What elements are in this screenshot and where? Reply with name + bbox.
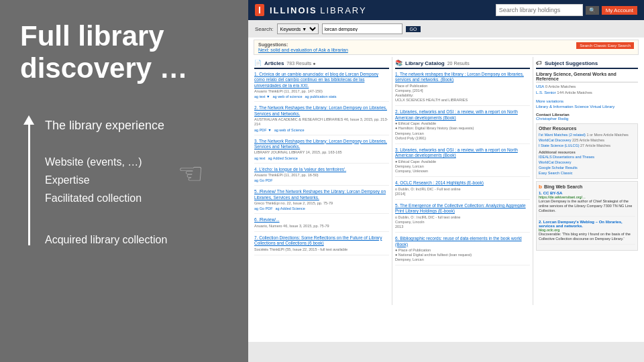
- list-item: I'st Want Matches (2 related) 1 or More …: [539, 132, 635, 137]
- articles-list: 1. Crónica de un cambio anunciado: el bl…: [254, 72, 389, 255]
- arrow-up-icon: [23, 115, 34, 125]
- other-resources-title: Other Resources: [539, 126, 635, 131]
- bing-section: b Bing Web Search 1. CC BY-SA https://de…: [536, 181, 638, 251]
- article-title-1[interactable]: 1. Crónica de un cambio anunciado: el bl…: [254, 72, 389, 88]
- articles-column: 📄 Articles 783 Results ● 1. Crónica de u…: [252, 57, 392, 305]
- article-meta-6: Anuario, Numero 46, Issue 3, 2015, pp. 7…: [254, 224, 389, 229]
- list-item[interactable]: IDEALS Dissertations and Theses: [539, 154, 635, 160]
- article-title-4[interactable]: 4. L'écho: la longue de la 'valeur des t…: [254, 167, 389, 172]
- list-item[interactable]: Google Scholar Results: [539, 165, 635, 170]
- lib-science-section: Library Science, General Works and Refer…: [536, 72, 638, 96]
- my-account-btn[interactable]: My Account: [602, 6, 637, 15]
- il-logo: I ILLINOIS LIBRARY: [255, 4, 367, 16]
- list-item: L.S. Senior 144 Article Matches: [536, 90, 638, 96]
- sub-item-expertise: Expertise: [45, 171, 167, 189]
- other-resources-list: I'st Want Matches (2 related) 1 or More …: [539, 132, 635, 149]
- catalog-meta-3: ● Ethical Cape: AvailableDempsey, Lorcan…: [395, 160, 530, 174]
- table-row: 2. Libraries, networks and OSI : a revie…: [395, 109, 530, 143]
- catalog-title-6[interactable]: 6. Bibliographic records: reuse of data …: [395, 236, 530, 247]
- subject-column: 🏷 Subject Suggestions Library Science, G…: [533, 57, 641, 305]
- catalog-title-1[interactable]: 1. The network reshapes the library : Lo…: [395, 72, 530, 83]
- sub-item-facilitated: Facilitated collection: [45, 189, 167, 207]
- librarian-name[interactable]: Christopher Rodig: [536, 117, 638, 121]
- table-row: 1. Crónica de un cambio anunciado: el bl…: [254, 72, 389, 102]
- subject-col-title: Subject Suggestions: [545, 60, 598, 66]
- main-search-input[interactable]: [322, 23, 402, 34]
- table-row: 3. The Network Reshapes the Library: Lor…: [254, 139, 389, 164]
- table-row: 4. L'écho: la longue de la 'valeur des t…: [254, 167, 389, 186]
- il-title-light: LIBRARY: [320, 5, 366, 15]
- list-item[interactable]: Easy Search Classic: [539, 170, 635, 176]
- article-title-2[interactable]: 2. The Network Reshapes the Library: Lor…: [254, 105, 389, 117]
- catalog-list: 1. The network reshapes the library : Lo…: [395, 72, 530, 265]
- il-header-right: 🔍 My Account: [496, 4, 637, 16]
- results-area: 📄 Articles 783 Results ● 1. Crónica de u…: [248, 57, 644, 305]
- catalog-title-2[interactable]: 2. Libraries, networks and OSI : a revie…: [395, 109, 530, 121]
- bing-result-2-title[interactable]: 2. Lorcan Dempsey's Weblog – On librarie…: [539, 220, 635, 228]
- article-title-3[interactable]: 3. The Network Reshapes the Library: Lor…: [254, 139, 389, 150]
- lib-science-title: Library Science, General Works and Refer…: [536, 72, 638, 82]
- search-type-select[interactable]: Keywords ▼: [277, 23, 319, 34]
- other-resources-box: Other Resources I'st Want Matches (2 rel…: [536, 123, 638, 179]
- article-meta-7: Sociétés ThinkEPI (55, Issue 22, 2015 - …: [254, 247, 389, 252]
- article-links-2: ag PDF ▼ ag web of Science: [254, 128, 389, 132]
- articles-col-title: Articles: [264, 60, 284, 66]
- hand-pointer-icon: ☞: [178, 156, 204, 190]
- catalog-meta-2: ● Ethical Cape: Available● Hamilton: Dig…: [395, 121, 530, 141]
- suggestions-content: Suggestions: Next: solid and evaluation …: [258, 42, 348, 52]
- article-title-7[interactable]: 7. Collection Directions: Some Reflectio…: [254, 235, 389, 247]
- acquired-collection-label: Acquired library collection: [45, 234, 167, 246]
- table-row: 6. /Review/... Anuario, Numero 46, Issue…: [254, 217, 389, 232]
- easy-search-btn[interactable]: Search Classic Easy Search: [576, 42, 634, 49]
- il-header: I ILLINOIS LIBRARY 🔍 My Account: [248, 0, 644, 20]
- catalog-title-4[interactable]: 4. OCLC Research : 2014 Highlights (E-bo…: [395, 180, 530, 186]
- catalog-meta-5: o Dublin, O : IncIRL DIC - full text onl…: [395, 215, 530, 229]
- suggestions-title: Suggestions:: [258, 42, 348, 47]
- catalog-col-header: 📚 Library Catalog 20 Results: [395, 60, 530, 69]
- more-options[interactable]: More variationsLibrary & Information Sci…: [536, 99, 638, 110]
- bing-header: b Bing Web Search: [539, 184, 635, 190]
- table-row: 5. The Emergence of the Collective Colle…: [395, 203, 530, 233]
- il-title-bold: ILLINOIS: [270, 5, 317, 15]
- left-panel: Full library discovery … The library exp…: [0, 0, 248, 362]
- articles-col-count: 783 Results ●: [286, 61, 315, 66]
- subject-col-header: 🏷 Subject Suggestions: [536, 60, 638, 69]
- catalog-column: 📚 Library Catalog 20 Results 1. The netw…: [392, 57, 533, 305]
- table-row: 1. CC BY-SA https://de.wikiversitaet.org…: [539, 191, 635, 217]
- table-row: 2. The Network Reshapes the Library: Lor…: [254, 105, 389, 135]
- il-i-block: I: [255, 4, 264, 16]
- browser-content: I ILLINOIS LIBRARY 🔍 My Account Search: …: [248, 0, 644, 342]
- catalog-title-3[interactable]: 3. Libraries, networks and OSI : a revie…: [395, 147, 530, 159]
- article-meta-4: Anuario ThinkEPI (11, 2017, pp. 16-50): [254, 173, 389, 178]
- il-title: ILLINOIS LIBRARY: [270, 4, 367, 16]
- article-title-5[interactable]: 5. /Review/ The Network Reshapes the Lib…: [254, 189, 389, 200]
- catalog-col-title: Library Catalog: [405, 60, 445, 66]
- additional-resources-list: IDEALS Dissertations and Theses WorldCat…: [539, 154, 635, 176]
- main-heading: Full library discovery …: [20, 20, 228, 85]
- article-links-1: ag text ▼ ag web of science ag publicati…: [254, 95, 389, 99]
- article-title-6[interactable]: 6. /Review/...: [254, 217, 389, 223]
- header-search-btn[interactable]: 🔍: [586, 6, 599, 15]
- bing-title: Bing Web Search: [544, 184, 582, 189]
- subject-icon: 🏷: [536, 60, 542, 66]
- articles-icon: 📄: [254, 60, 262, 66]
- go-button[interactable]: GO: [406, 26, 421, 32]
- table-row: 2. Lorcan Dempsey's Weblog – On librarie…: [539, 220, 635, 245]
- table-row: 4. OCLC Research : 2014 Highlights (E-bo…: [395, 180, 530, 200]
- catalog-title-5[interactable]: 5. The Emergence of the Collective Colle…: [395, 203, 530, 215]
- table-row: 5. /Review/ The Network Reshapes the Lib…: [254, 189, 389, 214]
- article-meta-1: Anuario ThinkEPI (11, 2017, pp. 147-150): [254, 89, 389, 94]
- article-links-3: ag text ag Added Science: [254, 156, 389, 160]
- articles-col-header: 📄 Articles 783 Results ●: [254, 60, 389, 69]
- catalog-col-count: 20 Results: [447, 61, 470, 66]
- list-item[interactable]: WorldCat Discovery: [539, 160, 635, 165]
- list-item: USA 0 Article Matches: [536, 84, 638, 90]
- library-experience-label: The library experience: [45, 119, 167, 133]
- table-row: 1. The network reshapes the library : Lo…: [395, 72, 530, 106]
- table-row: 3. Libraries, networks and OSI : a revie…: [395, 147, 530, 177]
- article-links-4: ag Go PDF: [254, 178, 389, 182]
- suggestions-link1[interactable]: Next: solid and evaluation of Ask a libr…: [258, 48, 348, 52]
- header-search-input[interactable]: [496, 4, 583, 16]
- sub-item-website: Website (events, …): [45, 153, 167, 171]
- list-item: I State Science (LULCG) 27 Article Match…: [539, 143, 635, 148]
